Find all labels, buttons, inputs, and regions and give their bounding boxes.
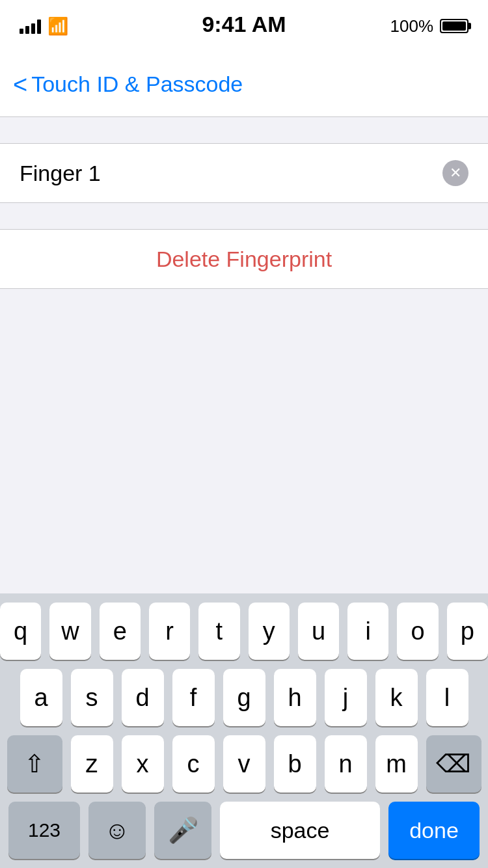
content-area: ✕ Delete Fingerprint xyxy=(0,117,488,549)
key-done[interactable]: done xyxy=(388,802,480,859)
battery-percentage: 100% xyxy=(390,16,434,36)
section-gap-top xyxy=(0,117,488,143)
key-z[interactable]: z xyxy=(71,735,113,793)
key-f[interactable]: f xyxy=(172,669,215,726)
key-y[interactable]: y xyxy=(249,603,290,660)
key-o[interactable]: o xyxy=(397,603,438,660)
key-shift[interactable]: ⇧ xyxy=(7,735,62,793)
nav-title: Touch ID & Passcode xyxy=(31,72,243,97)
key-d[interactable]: d xyxy=(122,669,164,726)
keyboard-row-3: ⇧ z x c v b n m ⌫ xyxy=(0,735,488,793)
delete-fingerprint-section: Delete Fingerprint xyxy=(0,229,488,289)
key-h[interactable]: h xyxy=(274,669,316,726)
back-chevron-icon: < xyxy=(13,72,27,97)
key-n[interactable]: n xyxy=(325,735,367,793)
key-a[interactable]: a xyxy=(20,669,62,726)
clear-button[interactable]: ✕ xyxy=(442,160,468,186)
section-gap-mid xyxy=(0,203,488,229)
keyboard: q w e r t y u i o p a s d f g h j k l ⇧ … xyxy=(0,593,488,868)
keyboard-bottom-row: 123 ☺ 🎤 space done xyxy=(0,802,488,868)
clear-icon: ✕ xyxy=(450,166,461,180)
key-e[interactable]: e xyxy=(100,603,141,660)
key-mic[interactable]: 🎤 xyxy=(154,802,211,859)
delete-fingerprint-row[interactable]: Delete Fingerprint xyxy=(0,230,488,288)
fingerprint-name-section: ✕ xyxy=(0,143,488,203)
status-left: 📶 xyxy=(20,16,68,36)
key-v[interactable]: v xyxy=(223,735,265,793)
key-u[interactable]: u xyxy=(298,603,339,660)
fingerprint-name-row[interactable]: ✕ xyxy=(0,144,488,202)
key-delete[interactable]: ⌫ xyxy=(426,735,481,793)
key-p[interactable]: p xyxy=(447,603,488,660)
key-c[interactable]: c xyxy=(172,735,215,793)
nav-bar: < Touch ID & Passcode xyxy=(0,52,488,117)
key-space[interactable]: space xyxy=(220,802,380,859)
signal-icon xyxy=(20,18,41,34)
key-r[interactable]: r xyxy=(149,603,190,660)
keyboard-row-2: a s d f g h j k l xyxy=(0,669,488,726)
key-q[interactable]: q xyxy=(0,603,41,660)
fingerprint-name-input[interactable] xyxy=(20,161,442,186)
key-s[interactable]: s xyxy=(71,669,113,726)
key-t[interactable]: t xyxy=(198,603,239,660)
wifi-icon: 📶 xyxy=(47,16,68,36)
battery-icon xyxy=(440,19,468,33)
back-button[interactable]: < Touch ID & Passcode xyxy=(13,72,243,97)
key-i[interactable]: i xyxy=(347,603,388,660)
key-x[interactable]: x xyxy=(122,735,164,793)
empty-space xyxy=(0,289,488,549)
delete-fingerprint-label: Delete Fingerprint xyxy=(156,247,332,272)
key-j[interactable]: j xyxy=(325,669,367,726)
key-g[interactable]: g xyxy=(223,669,265,726)
keyboard-row-1: q w e r t y u i o p xyxy=(0,603,488,660)
key-l[interactable]: l xyxy=(426,669,468,726)
key-emoji[interactable]: ☺ xyxy=(88,802,146,859)
status-bar: 📶 9:41 AM 100% xyxy=(0,0,488,52)
key-w[interactable]: w xyxy=(49,603,90,660)
key-b[interactable]: b xyxy=(274,735,316,793)
key-m[interactable]: m xyxy=(375,735,418,793)
status-right: 100% xyxy=(390,16,469,36)
key-k[interactable]: k xyxy=(375,669,418,726)
key-numbers[interactable]: 123 xyxy=(8,802,80,859)
status-time: 9:41 AM xyxy=(202,12,286,37)
